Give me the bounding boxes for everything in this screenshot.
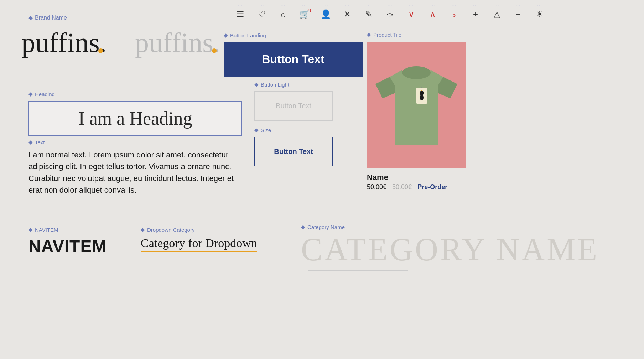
toolbar-menu[interactable]: ··· ☰ — [235, 3, 246, 19]
heading-section: ◆ Heading I am a Heading — [28, 91, 242, 136]
button-landing-button[interactable]: Button Text — [224, 42, 363, 77]
button-light-section: ◆ Button Light Button Text — [254, 81, 333, 121]
heading-box: I am a Heading — [28, 101, 242, 136]
close-dots: ··· — [345, 3, 350, 7]
chevron-down-icon[interactable]: ∨ — [408, 9, 415, 19]
button-landing-diamond-icon: ◆ — [224, 32, 228, 38]
heart-icon[interactable]: ♡ — [258, 9, 266, 19]
dropdown-section: ◆ Dropdown Category Category for Dropdow… — [141, 227, 257, 252]
toolbar-triangle[interactable]: ··· △ — [492, 3, 502, 19]
product-tshirt-svg — [375, 56, 457, 155]
plus-icon[interactable]: + — [473, 9, 478, 19]
category-label-text: Category Name — [307, 224, 345, 230]
chevron-up-dots: ··· — [430, 3, 435, 7]
product-name: Name — [367, 173, 474, 182]
logo-area: puffins. puffins. — [21, 27, 220, 59]
button-size-diamond-icon: ◆ — [254, 127, 259, 133]
svg-point-4 — [420, 95, 424, 100]
logo-primary: puffins. — [21, 27, 107, 59]
button-size-button[interactable]: Button Text — [254, 137, 333, 166]
logo-secondary-text: puffins. — [135, 27, 220, 58]
dropdown-section-label: ◆ Dropdown Category — [141, 227, 257, 233]
button-light-diamond-icon: ◆ — [254, 81, 259, 88]
heading-diamond-icon: ◆ — [28, 91, 33, 97]
toolbar-search[interactable]: ··· ⌕ — [278, 3, 289, 19]
menu-icon[interactable]: ☰ — [237, 9, 244, 19]
toolbar-cart[interactable]: ··· 🛒1 — [299, 3, 310, 19]
body-text: I am normal text. Lorem ipsum dolor sit … — [28, 149, 239, 196]
logo-primary-dot — [98, 48, 103, 53]
heading-section-label: ◆ Heading — [28, 91, 242, 97]
text-label-text: Text — [35, 139, 45, 145]
product-image-container — [367, 42, 466, 168]
category-diamond-icon: ◆ — [301, 224, 305, 230]
toolbar-close[interactable]: ··· ✕ — [342, 3, 353, 19]
logo-primary-text: puffins. — [21, 27, 107, 58]
navitem-section: ◆ NAVITEM NAVITEM — [28, 227, 107, 256]
triangle-dots: ··· — [494, 3, 499, 7]
button-size-section: ◆ Size Button Text — [254, 127, 333, 166]
button-light-label-text: Button Light — [261, 82, 289, 88]
heading-text: I am a Heading — [36, 108, 234, 129]
close-icon[interactable]: ✕ — [344, 9, 351, 19]
navitem-text: NAVITEM — [28, 236, 107, 256]
minus-icon[interactable]: − — [516, 9, 521, 19]
plus-dots: ··· — [473, 3, 478, 7]
button-landing-section: ◆ Button Landing Button Text — [224, 32, 363, 77]
product-tile-label-text: Product Tile — [373, 32, 401, 38]
toolbar-chevron-down[interactable]: ··· ∨ — [406, 3, 417, 19]
product-tile-section: ◆ Product Tile Name 50.00€ 50.00€ Pre-Or… — [367, 31, 474, 191]
user-icon[interactable]: 👤 — [321, 9, 331, 19]
button-light-label: ◆ Button Light — [254, 81, 333, 88]
dropdown-label-text: Dropdown Category — [147, 227, 194, 233]
dropdown-text[interactable]: Category for Dropdown — [141, 236, 257, 252]
toolbar-minus[interactable]: ··· − — [513, 3, 524, 19]
brand-name-text: Brand Name — [35, 15, 67, 21]
text-section-label: ◆ Text — [28, 139, 239, 145]
edit-icon[interactable]: ✎ — [365, 9, 372, 19]
toolbar-chevron-up[interactable]: ··· ∧ — [427, 3, 438, 19]
svg-point-3 — [420, 91, 424, 95]
toolbar-exit[interactable]: ··· ⤼ — [385, 3, 395, 19]
toolbar-heart[interactable]: ··· ♡ — [256, 3, 267, 19]
category-section-label: ◆ Category Name — [301, 224, 633, 230]
navitem-diamond-icon: ◆ — [28, 227, 33, 233]
chevron-right-icon[interactable]: › — [452, 9, 456, 21]
category-underline — [308, 270, 408, 271]
price-current: 50.00€ — [367, 183, 386, 191]
toolbar-sun[interactable]: ··· ☀ — [534, 3, 545, 19]
price-preorder: Pre-Order — [417, 183, 447, 191]
sun-dots: ··· — [537, 3, 542, 7]
triangle-icon[interactable]: △ — [494, 9, 500, 19]
navitem-section-label: ◆ NAVITEM — [28, 227, 107, 233]
toolbar-edit[interactable]: ··· ✎ — [363, 3, 374, 19]
product-tile-diamond-icon: ◆ — [367, 31, 371, 38]
search-dots: ··· — [281, 3, 286, 7]
price-original: 50.00€ — [392, 183, 412, 191]
search-icon[interactable]: ⌕ — [281, 9, 286, 19]
product-price-row: 50.00€ 50.00€ Pre-Order — [367, 183, 474, 191]
logo-secondary: puffins. — [135, 27, 220, 59]
sun-icon[interactable]: ☀ — [536, 9, 544, 19]
chevron-up-icon[interactable]: ∧ — [430, 9, 436, 19]
category-name-text: CATEGORY NAME — [301, 234, 633, 266]
product-info: Name 50.00€ 50.00€ Pre-Order — [367, 173, 474, 191]
button-landing-label: ◆ Button Landing — [224, 32, 363, 38]
text-section: ◆ Text I am normal text. Lorem ipsum dol… — [28, 139, 239, 196]
exit-dots: ··· — [388, 3, 393, 7]
toolbar-user[interactable]: ··· 👤 — [321, 3, 331, 19]
brand-diamond-icon: ◆ — [28, 14, 33, 21]
exit-icon[interactable]: ⤼ — [386, 9, 394, 19]
category-section: ◆ Category Name CATEGORY NAME — [301, 224, 633, 271]
chevron-down-dots: ··· — [409, 3, 414, 7]
button-light-button[interactable]: Button Text — [254, 91, 333, 121]
edit-dots: ··· — [366, 3, 371, 7]
button-size-label: ◆ Size — [254, 127, 333, 133]
brand-name-label: ◆ Brand Name — [28, 14, 67, 21]
toolbar-chevron-right[interactable]: ··· › — [449, 3, 459, 21]
toolbar-plus[interactable]: ··· + — [470, 3, 481, 19]
cart-dots: ··· — [302, 3, 307, 7]
heading-label-text: Heading — [35, 91, 55, 97]
cart-icon[interactable]: 🛒1 — [299, 9, 310, 19]
button-size-label-text: Size — [261, 127, 271, 133]
